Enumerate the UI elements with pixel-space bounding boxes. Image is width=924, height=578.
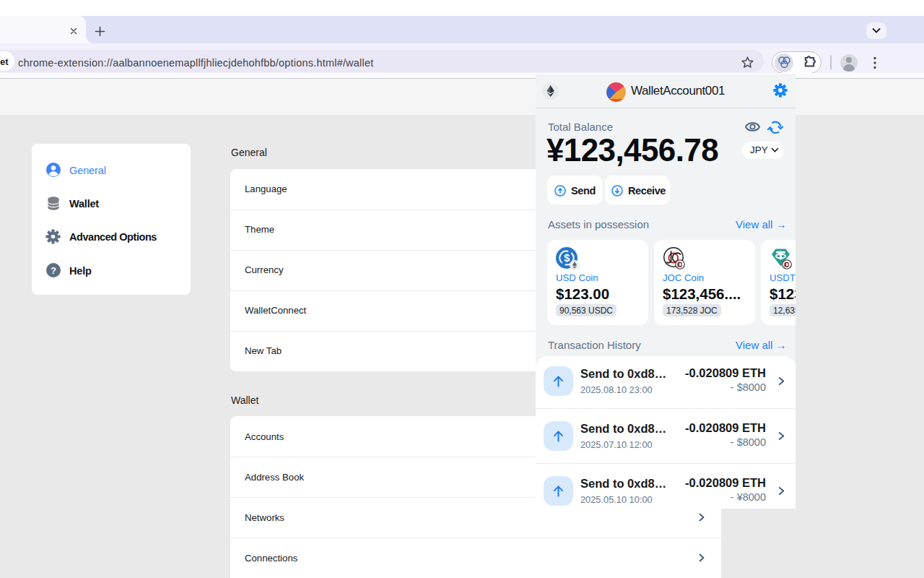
svg-text:?: ? <box>51 265 56 276</box>
